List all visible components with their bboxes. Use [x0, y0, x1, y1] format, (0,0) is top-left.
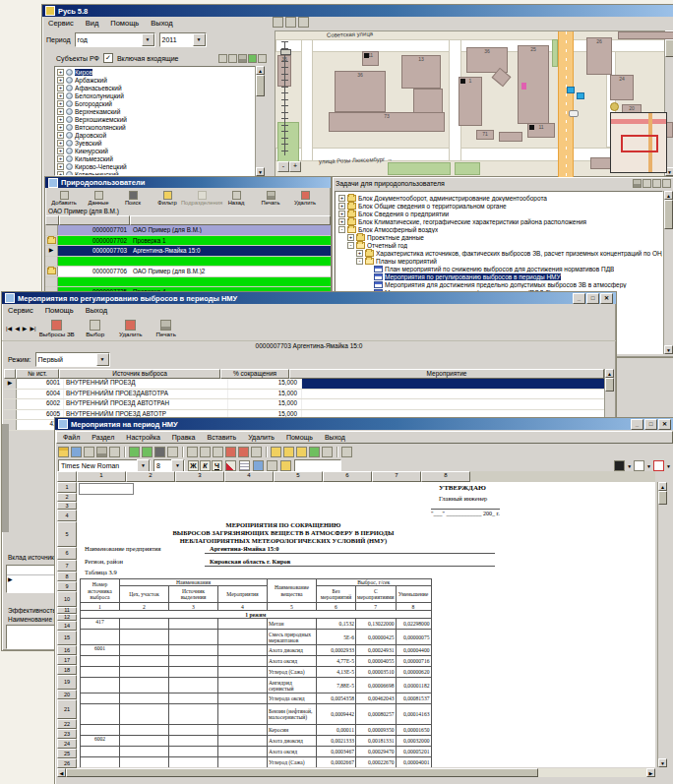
menu-item[interactable]: Файл	[57, 434, 86, 441]
menu-item[interactable]: Раздел	[86, 434, 120, 441]
menu-item[interactable]: Выход	[145, 19, 178, 28]
menu-item[interactable]: Настройка	[120, 434, 165, 441]
scroll-thumb[interactable]	[66, 768, 538, 777]
expand-icon[interactable]: +	[57, 92, 64, 99]
contrib-box[interactable]: ▶	[6, 565, 57, 593]
nmu-col-header[interactable]: Источник выброса	[59, 369, 220, 379]
expand-icon[interactable]: -	[347, 242, 354, 249]
print-icon[interactable]	[238, 54, 247, 63]
scroll-thumb[interactable]	[658, 491, 667, 505]
nmu-col-header[interactable]: Мероприятие	[289, 369, 604, 379]
subjects-tree-item[interactable]: +Вятскополянский	[57, 123, 264, 131]
main-titlebar[interactable]: Русь 5.8	[42, 5, 673, 17]
tasks-tree-item[interactable]: -Блок Атмосферный воздух	[338, 225, 662, 233]
expand-icon[interactable]: +	[57, 108, 64, 115]
tasks-scrollbar[interactable]: ▲ ▼	[663, 191, 673, 354]
filter-icon[interactable]	[271, 447, 281, 457]
subjects-tree-item[interactable]: +Кильмезский	[57, 154, 264, 162]
users-table-row[interactable]: 0000007702Проверка 1	[45, 236, 331, 247]
scroll-down-icon[interactable]: ▼	[664, 345, 673, 354]
toolbar-button-add[interactable]: Добавить	[47, 191, 81, 206]
expand-icon[interactable]	[662, 179, 671, 188]
left-scroll-strip[interactable]	[2, 424, 9, 532]
doc-row-number[interactable]: 9	[57, 581, 77, 591]
ruler-cell[interactable]: 4	[224, 471, 274, 482]
expand-icon[interactable]: -	[338, 226, 345, 233]
scroll-thumb[interactable]	[605, 378, 614, 392]
close-icon[interactable]	[238, 447, 249, 457]
last-record-button[interactable]: ▶|	[30, 325, 35, 332]
menu-item[interactable]: Сервис	[42, 19, 80, 28]
expand-icon[interactable]: +	[338, 203, 345, 210]
toolbar-button-delete[interactable]: Удалить	[288, 191, 322, 206]
toolbar-button-back[interactable]: Назад	[219, 191, 253, 206]
doc-row-number[interactable]: 7	[57, 560, 77, 572]
back-icon[interactable]	[232, 191, 241, 200]
select-icon[interactable]	[90, 320, 100, 331]
doc-row-number[interactable]: 22	[57, 719, 77, 729]
refresh-icon[interactable]	[142, 447, 153, 457]
print-icon[interactable]	[633, 179, 642, 188]
expand-icon[interactable]: +	[57, 100, 64, 107]
toolbar-button-print[interactable]: Печать	[152, 320, 181, 337]
copy-icon[interactable]	[187, 447, 198, 457]
expand-icon[interactable]: +	[57, 148, 64, 154]
undo-icon[interactable]	[251, 447, 262, 457]
measure-name-box[interactable]	[6, 625, 57, 649]
save-icon[interactable]	[71, 447, 82, 457]
export-icon[interactable]	[258, 54, 267, 63]
users-table-row[interactable]: 0000007706ОАО Пример (для В.М.)2	[45, 267, 331, 277]
tasks-tree-item[interactable]: +Характеристика источников, фактических …	[338, 249, 662, 257]
brush-icon[interactable]	[225, 460, 236, 471]
text-color-icon[interactable]	[614, 460, 625, 471]
active-cell[interactable]	[79, 483, 134, 495]
expand-icon[interactable]: +	[57, 69, 64, 76]
sum-icon[interactable]	[322, 447, 333, 457]
include-checkbox[interactable]: ✓	[103, 53, 113, 63]
dropdown-icon[interactable]: ▼	[666, 463, 671, 469]
subjects-tree-item[interactable]: +Верхнекамский	[57, 107, 264, 115]
page-setup-icon[interactable]	[109, 447, 120, 457]
doc-scrollbar-h[interactable]: ◀ ▶	[57, 768, 655, 777]
dropdown-icon[interactable]: ▼	[627, 463, 632, 469]
scroll-down-icon[interactable]: ▼	[658, 758, 667, 767]
cut-icon[interactable]	[200, 447, 211, 457]
first-record-button[interactable]: |◀	[6, 325, 12, 332]
highlight-icon[interactable]	[280, 460, 291, 471]
users-table-row[interactable]	[45, 277, 331, 288]
col-code[interactable]	[59, 215, 130, 225]
doc-row-number[interactable]: 11	[57, 607, 77, 614]
tasks-tree-item[interactable]: Мероприятия по регулированию выбросов в …	[338, 272, 662, 280]
scroll-up-icon[interactable]: ▲	[658, 482, 667, 491]
doc-row-number[interactable]: 24	[57, 739, 77, 749]
table-grid-icon[interactable]	[239, 460, 250, 471]
expand-icon[interactable]: +	[347, 234, 354, 241]
menu-item[interactable]: Вставить	[201, 434, 242, 441]
dropdown-icon[interactable]: ▼	[142, 33, 154, 46]
subjects-tree-item[interactable]: +Афанасьевский	[57, 84, 264, 91]
users-table-row[interactable]: 0000007701ОАО Пример (для В.М.)	[45, 225, 331, 236]
doc-row-number[interactable]: 18	[57, 665, 77, 675]
tasks-tree-item[interactable]: +Проектные данные	[338, 233, 662, 241]
tasks-tree-item[interactable]: Мероприятия для достижения предельно доп…	[338, 280, 662, 288]
expand-icon[interactable]: +	[57, 124, 64, 131]
borders-icon[interactable]	[267, 460, 277, 471]
menu-item[interactable]: Удалить	[242, 434, 280, 441]
dropdown-icon[interactable]: ▼	[193, 33, 206, 46]
format-italic-button[interactable]: К	[200, 460, 211, 471]
doc-row-number[interactable]: 8	[57, 572, 77, 581]
tasks-tree-item[interactable]: +Блок Общие сведения о территориальном о…	[338, 202, 662, 210]
nmu-table-row[interactable]: 6004ВНУТРЕННИЙМ ПРОЕЗДАВТОТРА15,000	[4, 390, 604, 400]
doc-row-number[interactable]: 6	[57, 547, 77, 560]
subjects-tree-item[interactable]: +Арбажский	[57, 76, 264, 84]
col-name[interactable]	[130, 215, 331, 225]
fill-color-icon[interactable]	[634, 460, 644, 471]
select-icon[interactable]	[298, 17, 309, 28]
toolbar-button-search[interactable]: Поиск	[116, 191, 150, 206]
ruler-cell[interactable]: 3	[175, 471, 224, 482]
doc-row-number[interactable]: 21	[57, 699, 77, 719]
doc-row-number[interactable]: 3	[57, 502, 77, 510]
zoom-out-button[interactable]: -	[277, 161, 289, 172]
delete-icon[interactable]	[301, 191, 310, 200]
doc-row-number[interactable]: 1	[57, 482, 77, 493]
